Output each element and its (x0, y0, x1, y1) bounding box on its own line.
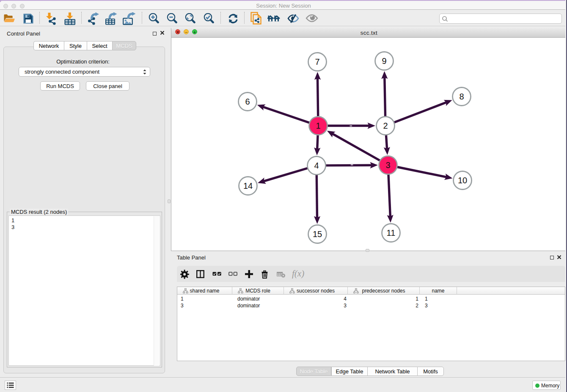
svg-text:6: 6 (245, 97, 250, 106)
svg-text:15: 15 (313, 229, 322, 239)
svg-text:8: 8 (459, 92, 464, 101)
svg-text:1: 1 (316, 121, 320, 130)
svg-text:3: 3 (385, 160, 390, 170)
svg-text:10: 10 (458, 176, 467, 185)
svg-text:2: 2 (383, 121, 388, 130)
svg-text:11: 11 (387, 228, 396, 237)
svg-text:4: 4 (314, 161, 319, 170)
svg-text:9: 9 (382, 56, 386, 66)
svg-text:7: 7 (315, 57, 319, 66)
svg-text:14: 14 (243, 181, 253, 190)
